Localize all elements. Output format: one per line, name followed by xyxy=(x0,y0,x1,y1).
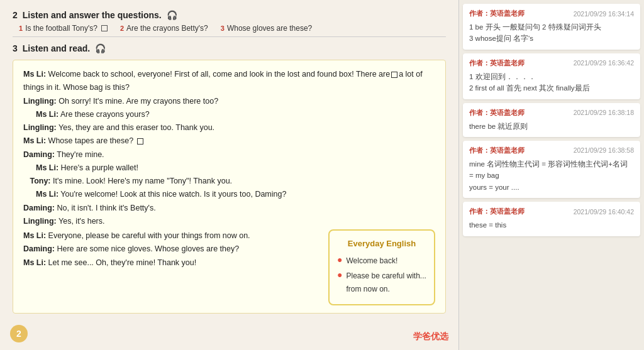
line-6: Daming: They're mine. xyxy=(23,148,435,161)
line-12: Ms Li: Everyone, please be careful with … xyxy=(23,229,318,243)
red-dot-1: ● xyxy=(337,254,342,265)
speaker-msli-2: Ms Li: xyxy=(36,110,58,119)
red-dot-2: ● xyxy=(337,270,342,280)
line-5: Ms Li: Whose tapes are these? xyxy=(23,134,435,148)
note-4-line-3: yours = your .... xyxy=(469,182,634,193)
note-card-3: 作者：英语盖老师 2021/09/29 16:38:18 there be 就近… xyxy=(463,103,640,137)
line-7: Ms Li: Here's a purple wallet! xyxy=(23,161,435,175)
q1-checkbox xyxy=(101,25,108,31)
note-2-body: 1 欢迎回到．．．． 2 first of all 首先 next 其次 fin… xyxy=(469,71,634,94)
line-14: Ms Li: Let me see... Oh, they're mine! T… xyxy=(23,256,318,270)
main-content: 2 Listen and answer the questions. 🎧 1 I… xyxy=(0,0,644,350)
q2-text: Are the crayons Betty's? xyxy=(126,24,208,33)
note-2-time: 2021/09/29 16:36:42 xyxy=(574,59,634,67)
q2-num: 2 xyxy=(120,25,124,32)
note-3-time: 2021/09/29 16:38:18 xyxy=(574,109,634,116)
note-5-body: these = this xyxy=(469,219,634,231)
note-card-1: 作者：英语盖老师 2021/09/29 16:34:14 1 be 开头 一般疑… xyxy=(463,4,640,50)
headphone-icon-2: 🎧 xyxy=(95,43,106,53)
line-4: Lingling: Yes, they are and this eraser … xyxy=(23,121,435,134)
question-1: 1 Is the football Tony's? xyxy=(19,24,108,33)
note-5-author: 作者：英语盖老师 xyxy=(469,207,525,216)
speaker-msli-5: Ms Li: xyxy=(36,190,58,199)
speaker-lingling-2: Lingling: xyxy=(23,123,57,132)
speaker-daming-3: Daming: xyxy=(23,244,55,253)
note-2-line-2: 2 first of all 首先 next 其次 finally最后 xyxy=(469,82,634,94)
line-1: Ms Li: Welcome back to school, everyone!… xyxy=(23,68,435,95)
note-4-line-2: = my bag xyxy=(469,170,634,181)
note-2-line-1: 1 欢迎回到．．．． xyxy=(469,71,634,82)
note-4-time: 2021/09/29 16:38:58 xyxy=(574,146,634,154)
note-3-line-1: there be 就近原则 xyxy=(469,121,634,132)
note-2-header: 作者：英语盖老师 2021/09/29 16:36:42 xyxy=(469,58,634,68)
speaker-msli-4: Ms Li: xyxy=(36,163,58,172)
note-1-header: 作者：英语盖老师 2021/09/29 16:34:14 xyxy=(469,9,634,18)
speaker-msli-3: Ms Li: xyxy=(23,136,46,145)
watermark-highlight: 优选 xyxy=(431,331,448,341)
note-4-header: 作者：英语盖老师 2021/09/29 16:38:58 xyxy=(469,146,634,155)
everyday-english-box: Everyday English ● Welcome back! ● Pleas… xyxy=(328,229,435,305)
cursor-2 xyxy=(137,138,143,145)
dialogue-box: Ms Li: Welcome back to school, everyone!… xyxy=(13,60,446,314)
speaker-daming-1: Daming: xyxy=(23,150,55,159)
section2-title: Listen and answer the questions. xyxy=(23,10,162,20)
speaker-tony-1: Tony: xyxy=(30,177,50,185)
note-card-2: 作者：英语盖老师 2021/09/29 16:36:42 1 欢迎回到．．．． … xyxy=(463,53,640,99)
note-3-header: 作者：英语盖老师 2021/09/29 16:38:18 xyxy=(469,108,634,118)
line-3: Ms Li: Are these crayons yours? xyxy=(23,108,435,121)
q1-text: Is the football Tony's? xyxy=(25,24,97,33)
section3-header: 3 Listen and read. 🎧 xyxy=(13,43,446,53)
note-3-body: there be 就近原则 xyxy=(469,121,634,132)
watermark: 学爸优选 xyxy=(413,331,448,342)
speaker-msli-7: Ms Li: xyxy=(23,258,46,267)
note-card-5: 作者：英语盖老师 2021/09/29 16:40:42 these = thi… xyxy=(463,202,640,236)
divider xyxy=(13,36,446,37)
question-3: 3 Whose gloves are these? xyxy=(221,24,313,33)
note-5-time: 2021/09/29 16:40:42 xyxy=(574,208,634,216)
speaker-lingling-3: Lingling: xyxy=(23,217,57,226)
everyday-text-1: Welcome back! xyxy=(346,254,397,267)
line-11: Lingling: Yes, it's hers. xyxy=(23,215,435,228)
note-1-body: 1 be 开头 一般疑问句 2 特殊疑问词开头 3 whose提问 名字's xyxy=(469,21,634,45)
note-card-4: 作者：英语盖老师 2021/09/29 16:38:58 mine 名词性物主代… xyxy=(463,141,640,198)
everyday-text-2: Please be careful with... from now on. xyxy=(346,270,426,295)
q3-text: Whose gloves are these? xyxy=(227,24,312,33)
left-panel: 2 Listen and answer the questions. 🎧 1 I… xyxy=(0,0,458,350)
note-4-author: 作者：英语盖老师 xyxy=(469,146,525,155)
section3-number: 3 xyxy=(13,43,18,53)
bottom-section: Ms Li: Everyone, please be careful with … xyxy=(23,229,435,305)
note-5-line-1: these = this xyxy=(469,219,634,231)
note-1-time: 2021/09/29 16:34:14 xyxy=(574,10,634,18)
dialogue-bottom-left: Ms Li: Everyone, please be careful with … xyxy=(23,229,318,305)
line-13: Daming: Here are some nice gloves. Whose… xyxy=(23,243,318,256)
headphone-icon-1: 🎧 xyxy=(167,10,177,20)
speaker-daming-2: Daming: xyxy=(23,204,55,212)
line-8: Tony: It's mine. Look! Here's my name "T… xyxy=(23,175,435,188)
section3-title: Listen and read. xyxy=(23,43,90,53)
line-10: Daming: No, it isn't. I think it's Betty… xyxy=(23,202,435,215)
line-9: Ms Li: You're welcome! Look at this nice… xyxy=(23,188,435,201)
section2-number: 2 xyxy=(13,10,18,20)
note-1-line-2: 3 whose提问 名字's xyxy=(469,33,634,44)
page-number: 2 xyxy=(10,325,28,342)
note-4-body: mine 名词性物主代词 = 形容词性物主代词+名词 = my bag your… xyxy=(469,158,634,193)
note-4-line-1: mine 名词性物主代词 = 形容词性物主代词+名词 xyxy=(469,158,634,170)
note-3-author: 作者：英语盖老师 xyxy=(469,108,525,118)
note-5-header: 作者：英语盖老师 2021/09/29 16:40:42 xyxy=(469,207,634,216)
section2-header: 2 Listen and answer the questions. 🎧 xyxy=(13,10,446,20)
questions-row: 1 Is the football Tony's? 2 Are the cray… xyxy=(13,24,446,33)
note-2-author: 作者：英语盖老师 xyxy=(469,58,525,68)
note-1-author: 作者：英语盖老师 xyxy=(469,9,525,18)
line-2: Lingling: Oh sorry! It's mine. Are my cr… xyxy=(23,95,435,108)
cursor-1 xyxy=(391,72,397,78)
right-panel: 作者：英语盖老师 2021/09/29 16:34:14 1 be 开头 一般疑… xyxy=(458,0,644,350)
speaker-lingling-1: Lingling: xyxy=(23,97,57,106)
speaker-msli-6: Ms Li: xyxy=(23,231,46,240)
question-2: 2 Are the crayons Betty's? xyxy=(120,24,208,33)
speaker-msli-1: Ms Li: xyxy=(23,70,46,79)
everyday-item-2: ● Please be careful with... from now on. xyxy=(337,270,426,295)
q1-num: 1 xyxy=(19,25,23,32)
everyday-item-1: ● Welcome back! xyxy=(337,254,426,267)
q3-num: 3 xyxy=(221,25,225,32)
everyday-english-title: Everyday English xyxy=(337,237,426,251)
